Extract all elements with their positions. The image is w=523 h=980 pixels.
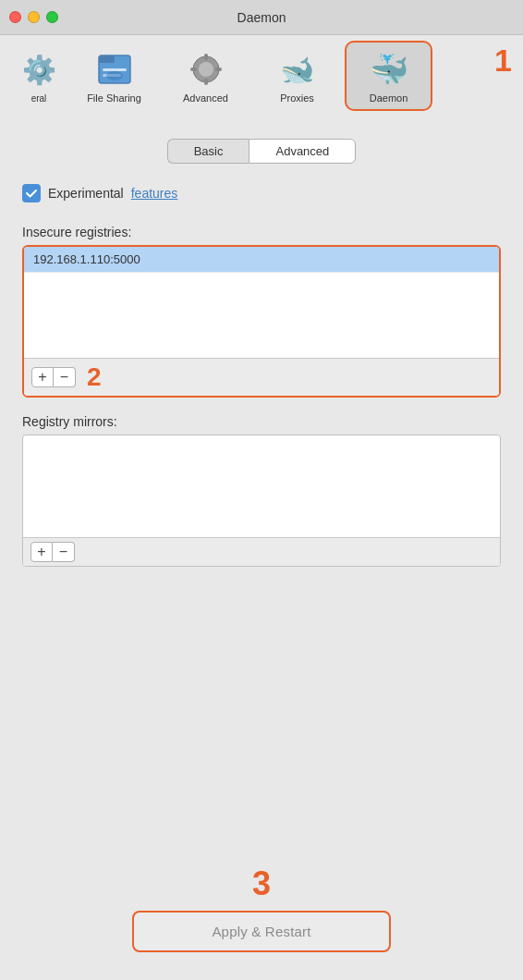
- file-sharing-icon: [93, 48, 136, 91]
- svg-rect-1: [99, 55, 115, 63]
- registry-mirrors-add-btn[interactable]: +: [30, 542, 53, 562]
- toolbar-proxies-label: Proxies: [280, 92, 314, 104]
- experimental-row: Experimental features: [22, 184, 501, 202]
- registry-mirrors-controls: + −: [23, 537, 500, 566]
- experimental-link[interactable]: features: [131, 186, 178, 201]
- insecure-registries-label: Insecure registries:: [22, 225, 501, 239]
- step1-badge: 1: [494, 43, 512, 79]
- registry-mirrors-box: + −: [22, 435, 501, 567]
- step2-badge: 2: [87, 362, 102, 392]
- advanced-icon: [185, 48, 227, 91]
- toolbar: ⚙️ eral File Sharing: [0, 35, 523, 116]
- insecure-registries-list: 192.168.1.110:5000: [24, 247, 499, 358]
- toolbar-item-file-sharing[interactable]: File Sharing: [70, 43, 158, 109]
- step3-badge: 3: [252, 864, 271, 903]
- insecure-registries-remove-btn[interactable]: −: [54, 367, 76, 387]
- registry-mirrors-section: Registry mirrors: + −: [22, 414, 501, 567]
- toolbar-item-proxies[interactable]: 🐋 Proxies: [253, 43, 341, 109]
- svg-rect-7: [204, 54, 208, 60]
- insecure-registries-add-btn[interactable]: +: [31, 367, 54, 387]
- insecure-registries-section: Insecure registries: 192.168.1.110:5000 …: [22, 225, 501, 398]
- registry-mirrors-list: [23, 435, 500, 537]
- tab-advanced[interactable]: Advanced: [249, 139, 356, 164]
- svg-rect-2: [103, 68, 127, 71]
- svg-rect-8: [204, 79, 208, 85]
- toolbar-item-daemon[interactable]: 🐳 Daemon: [345, 41, 432, 111]
- tab-switcher: Basic Advanced: [22, 139, 501, 164]
- experimental-label: Experimental: [48, 186, 124, 201]
- general-icon: ⚙️: [18, 49, 60, 92]
- tab-basic[interactable]: Basic: [167, 139, 249, 164]
- insecure-registries-controls: + − 2: [24, 358, 499, 396]
- experimental-checkbox[interactable]: [22, 184, 41, 202]
- daemon-icon: 🐳: [368, 48, 410, 91]
- svg-rect-9: [190, 67, 197, 71]
- toolbar-general-label: eral: [31, 93, 47, 104]
- window-title: Daemon: [237, 10, 286, 25]
- window-controls: [9, 11, 58, 23]
- title-bar: Daemon: [0, 0, 523, 35]
- main-content: Basic Advanced Experimental features Ins…: [0, 116, 523, 589]
- maximize-button[interactable]: [46, 11, 58, 23]
- toolbar-daemon-label: Daemon: [370, 92, 408, 104]
- insecure-registry-item[interactable]: 192.168.1.110:5000: [24, 247, 499, 273]
- proxies-icon: 🐋: [276, 48, 319, 91]
- svg-rect-10: [215, 67, 222, 71]
- toolbar-advanced-label: Advanced: [183, 92, 228, 104]
- registry-mirrors-label: Registry mirrors:: [22, 414, 501, 429]
- apply-area: 3 Apply & Restart: [0, 864, 523, 952]
- toolbar-item-advanced[interactable]: Advanced: [162, 43, 249, 109]
- registry-mirrors-remove-btn[interactable]: −: [53, 542, 75, 562]
- insecure-registries-empty-area: [24, 273, 499, 347]
- svg-point-4: [106, 71, 123, 80]
- toolbar-item-general[interactable]: ⚙️ eral: [11, 43, 67, 109]
- svg-point-6: [199, 62, 213, 77]
- toolbar-file-sharing-label: File Sharing: [87, 92, 141, 104]
- close-button[interactable]: [9, 11, 21, 23]
- minimize-button[interactable]: [28, 11, 40, 23]
- insecure-registries-box: 192.168.1.110:5000 + − 2: [22, 245, 501, 398]
- apply-restart-button[interactable]: Apply & Restart: [132, 911, 391, 952]
